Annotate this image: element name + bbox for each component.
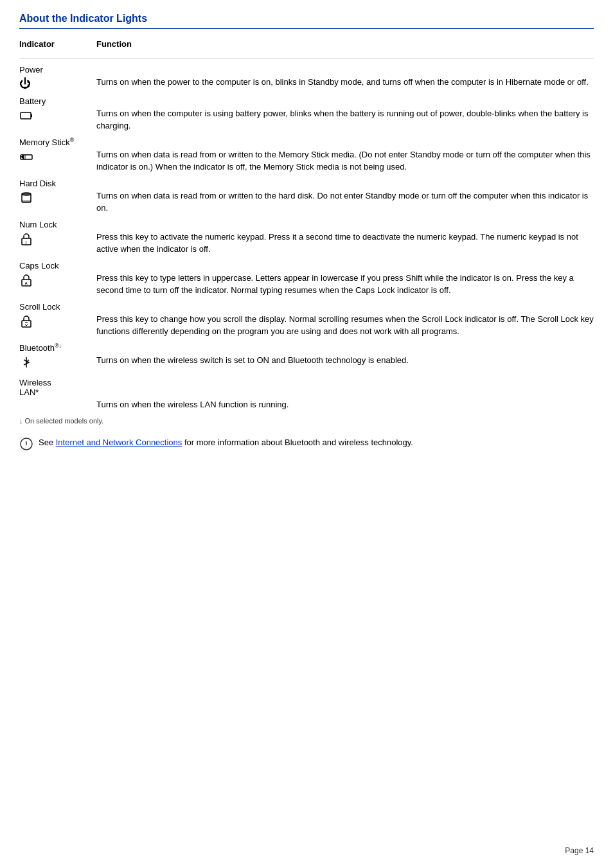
wirelesslan-icon-row: Turns on when the wireless LAN function … [19,398,594,411]
power-label: Power [19,65,43,75]
bluetooth-label: Bluetooth®↓ [19,343,62,353]
table-header: Indicator Function [19,39,594,51]
header-indicator: Indicator [19,39,96,49]
capslock-function: Press this key to type letters in upperc… [96,272,594,297]
memorystick-icon-cell [19,148,96,167]
capslock-icon-row: A Press this key to type letters in uppe… [19,272,594,297]
note-text-after: for more information about Bluetooth and… [182,438,413,447]
capslock-icon: A [19,273,33,287]
scrolllock-label: Scroll Lock [19,302,60,312]
battery-group: Battery Turns on when the computer is us… [19,96,594,132]
numlock-label: Num Lock [19,220,57,229]
bluetooth-icon [19,355,33,369]
bluetooth-icon-cell [19,354,96,373]
wirelesslan-label-row: WirelessLAN* [19,378,594,397]
harddisk-label-row: Hard Disk [19,179,594,188]
bluetooth-group: Bluetooth®↓ Turns on when the wireless s… [19,343,594,373]
power-icon-row: ⏻ Turns on when the power to the compute… [19,76,594,91]
bluetooth-function: Turns on when the wireless switch is set… [96,354,594,367]
battery-icon [19,109,33,123]
numlock-label-row: Num Lock [19,220,594,229]
numlock-group: Num Lock 1 Press this key to activate th… [19,220,594,256]
svg-rect-1 [31,114,32,117]
svg-text:1: 1 [25,240,28,244]
power-icon-cell: ⏻ [19,76,96,91]
harddisk-icon-row: Turns on when data is read from or writt… [19,190,594,215]
harddisk-icon [19,191,33,205]
battery-function: Turns on when the computer is using batt… [96,107,594,132]
memorystick-label: Memory Stick® [19,137,74,147]
battery-icon-cell [19,107,96,126]
scrolllock-group: Scroll Lock Press this key to change how… [19,302,594,338]
numlock-function: Press this key to activate the numeric k… [96,231,594,256]
memorystick-group: Memory Stick® Turns on when data is read… [19,137,594,173]
wirelesslan-function: Turns on when the wireless LAN function … [96,398,594,411]
header-divider [19,58,594,58]
wirelesslan-group: WirelessLAN* Turns on when the wireless … [19,378,594,411]
harddisk-label: Hard Disk [19,179,56,188]
scrolllock-icon-cell [19,313,96,332]
capslock-label: Caps Lock [19,261,58,270]
memorystick-label-row: Memory Stick® [19,137,594,147]
memorystick-function: Turns on when data is read from or writt… [96,148,594,173]
note-icon [19,437,33,454]
battery-label: Battery [19,96,46,106]
note-link[interactable]: Internet and Network Connections [56,438,182,447]
scrolllock-function: Press this key to change how you scroll … [96,313,594,338]
harddisk-group: Hard Disk Turns on when data is read fro… [19,179,594,215]
numlock-icon-cell: 1 [19,231,96,249]
scrolllock-icon-row: Press this key to change how you scroll … [19,313,594,338]
battery-label-row: Battery [19,96,594,106]
wirelesslan-label: WirelessLAN* [19,378,51,397]
harddisk-icon-cell [19,190,96,208]
note-text-before: See [39,438,56,447]
capslock-label-row: Caps Lock [19,261,594,270]
memorystick-icon-row: Turns on when data is read from or writt… [19,148,594,173]
capslock-icon-cell: A [19,272,96,290]
svg-text:A: A [25,281,28,285]
note-section: See Internet and Network Connections for… [19,436,594,454]
battery-icon-row: Turns on when the computer is using batt… [19,107,594,132]
numlock-icon: 1 [19,232,33,246]
power-icon: ⏻ [19,77,31,90]
bluetooth-icon-row: Turns on when the wireless switch is set… [19,354,594,373]
harddisk-function: Turns on when data is read from or writt… [96,190,594,215]
svg-rect-0 [21,112,31,119]
note-text: See Internet and Network Connections for… [39,436,413,449]
power-group: Power ⏻ Turns on when the power to the c… [19,65,594,91]
power-label-row: Power [19,65,594,75]
scrolllock-label-row: Scroll Lock [19,302,594,312]
page-number: Page 14 [565,846,594,855]
capslock-group: Caps Lock A Press this key to type lette… [19,261,594,297]
bluetooth-label-row: Bluetooth®↓ [19,343,594,353]
wirelesslan-icon-cell [19,398,96,400]
scrolllock-icon [19,314,33,328]
page-title: About the Indicator Lights [19,13,594,29]
header-function: Function [96,39,132,49]
footnote: ↓ On selected models only. [19,417,594,425]
numlock-icon-row: 1 Press this key to activate the numeric… [19,231,594,256]
note-pencil-icon [19,437,33,451]
power-function: Turns on when the power to the computer … [96,76,594,89]
memorystick-icon [19,150,33,164]
